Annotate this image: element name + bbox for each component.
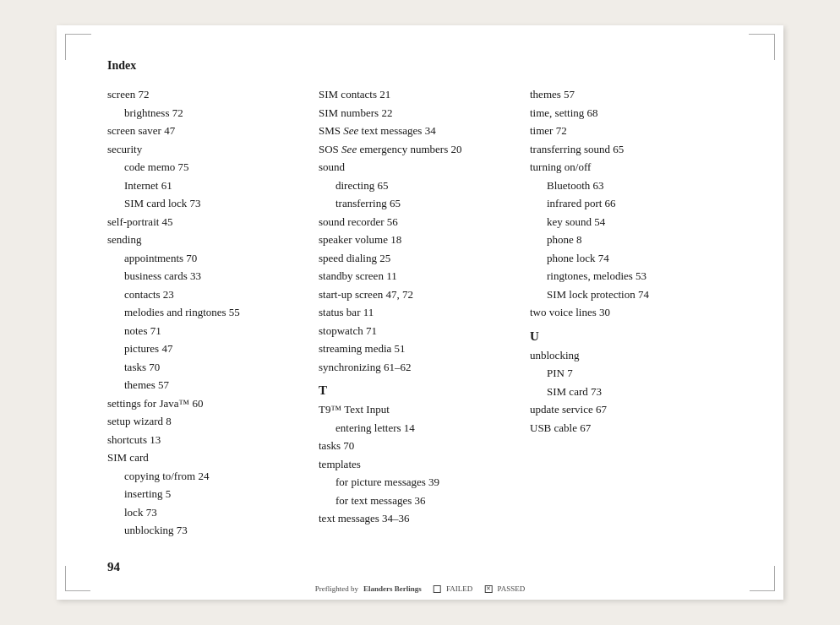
index-entry: SOS See emergency numbers 20 — [319, 141, 513, 158]
index-entry: U — [530, 329, 724, 344]
index-entry: stopwatch 71 — [319, 323, 513, 340]
index-entry: inserting 5 — [107, 486, 302, 503]
column-3: themes 57time, setting 68timer 72transfe… — [530, 86, 741, 541]
index-entry: unblocking 73 — [107, 522, 302, 539]
index-entry: unblocking — [530, 347, 724, 364]
index-entry: self-portrait 45 — [107, 214, 302, 231]
index-entry: code memo 75 — [107, 159, 302, 176]
column-2: SIM contacts 21SIM numbers 22SMS See tex… — [319, 86, 530, 541]
index-entry: streaming media 51 — [319, 340, 513, 357]
page-heading: Index — [107, 59, 741, 73]
index-entry: update service 67 — [530, 401, 724, 418]
index-entry: entering letters 14 — [319, 420, 513, 437]
index-entry: security — [107, 141, 302, 158]
index-entry: turning on/off — [530, 159, 724, 176]
page: Index screen 72brightness 72screen saver… — [57, 25, 783, 600]
index-entry: SIM card — [107, 449, 302, 466]
index-entry: infrared port 66 — [530, 195, 724, 212]
index-entry: screen saver 47 — [107, 122, 302, 139]
index-entry: phone 8 — [530, 231, 724, 248]
index-entry: melodies and ringtones 55 — [107, 304, 302, 321]
index-entry: start-up screen 47, 72 — [319, 286, 513, 303]
index-entry: copying to/from 24 — [107, 468, 302, 485]
index-entry: time, setting 68 — [530, 105, 724, 122]
index-entry: SIM card lock 73 — [107, 195, 302, 212]
index-entry: tasks 70 — [107, 359, 302, 376]
index-entry: phone lock 74 — [530, 250, 724, 267]
index-entry: tasks 70 — [319, 438, 513, 454]
index-entry: synchronizing 61–62 — [319, 359, 513, 376]
failed-label: FAILED — [446, 584, 472, 593]
index-entry: appointments 70 — [107, 250, 302, 267]
index-entry: templates — [319, 456, 513, 473]
preflight-separator — [427, 584, 428, 593]
index-entry: USB cable 67 — [530, 420, 724, 437]
index-entry: directing 65 — [319, 177, 513, 194]
index-entry: themes 57 — [530, 86, 724, 103]
index-entry: for text messages 36 — [319, 492, 513, 509]
index-entry: ringtones, melodies 53 — [530, 268, 724, 285]
index-entry: SMS See text messages 34 — [319, 122, 513, 139]
index-entry: sending — [107, 231, 302, 248]
index-entry: for picture messages 39 — [319, 474, 513, 491]
page-number: 94 — [107, 560, 120, 574]
index-entry: settings for Java™ 60 — [107, 395, 302, 412]
index-entry: speaker volume 18 — [319, 231, 513, 248]
index-entry: setup wizard 8 — [107, 413, 302, 430]
index-entry: business cards 33 — [107, 268, 302, 285]
index-entry: SIM contacts 21 — [319, 86, 513, 103]
index-entry: notes 71 — [107, 323, 302, 340]
preflight-label: Preflighted by — [315, 584, 358, 593]
index-entry: contacts 23 — [107, 286, 302, 303]
column-1: screen 72brightness 72screen saver 47sec… — [107, 86, 319, 541]
index-entry: brightness 72 — [107, 105, 302, 122]
index-entry: transferring sound 65 — [530, 141, 724, 158]
passed-checkbox: ✕ — [485, 585, 493, 593]
index-entry: standby screen 11 — [319, 268, 513, 285]
index-entry: screen 72 — [107, 86, 302, 103]
index-entry: sound — [319, 159, 513, 176]
failed-checkbox — [434, 585, 441, 593]
index-entry: Bluetooth 63 — [530, 177, 724, 194]
index-entry: key sound 54 — [530, 214, 724, 231]
index-entry: T — [319, 383, 513, 398]
index-entry: pictures 47 — [107, 340, 302, 357]
index-entry: two voice lines 30 — [530, 304, 724, 321]
index-entry: text messages 34–36 — [319, 510, 513, 527]
index-entry: themes 57 — [107, 377, 302, 394]
index-entry: SIM lock protection 74 — [530, 286, 724, 303]
index-entry: lock 73 — [107, 504, 302, 521]
index-entry: transferring 65 — [319, 195, 513, 212]
index-entry: PIN 7 — [530, 365, 724, 382]
index-entry: status bar 11 — [319, 304, 513, 321]
index-entry: Internet 61 — [107, 177, 302, 194]
index-entry: speed dialing 25 — [319, 250, 513, 267]
preflight-separator2 — [477, 584, 479, 593]
content-area: screen 72brightness 72screen saver 47sec… — [107, 86, 741, 541]
index-entry: T9™ Text Input — [319, 401, 513, 418]
passed-label: PASSED — [498, 584, 526, 593]
index-entry: sound recorder 56 — [319, 214, 513, 231]
preflight-company: Elanders Berlings — [363, 584, 422, 593]
index-entry: shortcuts 13 — [107, 432, 302, 448]
index-entry: timer 72 — [530, 122, 724, 139]
index-entry: SIM numbers 22 — [319, 105, 513, 122]
preflight-bar: Preflighted by Elanders Berlings FAILED … — [315, 584, 526, 593]
index-entry: SIM card 73 — [530, 383, 724, 400]
